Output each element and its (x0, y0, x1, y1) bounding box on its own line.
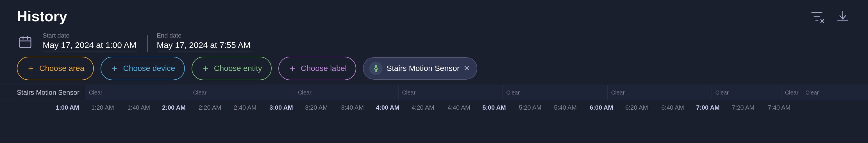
time-label: 1:00 AM (56, 104, 79, 111)
choose-area-button[interactable]: ＋ Choose area (17, 57, 94, 80)
page: History (0, 0, 868, 143)
time-label: 6:00 AM (590, 104, 613, 111)
date-row: Start date May 17, 2024 at 1:00 AM End d… (0, 29, 868, 57)
time-label: 7:20 AM (732, 104, 754, 111)
timeline-track: Stairs Motion Sensor ClearClearClearClea… (0, 85, 868, 100)
label-label: Choose label (301, 64, 347, 73)
track-clear-button[interactable]: Clear (402, 90, 416, 96)
svg-rect-2 (20, 38, 31, 48)
choose-label-button[interactable]: ＋ Choose label (278, 57, 356, 80)
time-label: 2:00 AM (162, 104, 186, 111)
time-label: 3:00 AM (269, 104, 293, 111)
time-label: 5:00 AM (482, 104, 506, 111)
date-fields: Start date May 17, 2024 at 1:00 AM End d… (43, 32, 252, 52)
tag-close-icon[interactable]: ✕ (464, 65, 470, 72)
time-label: 2:20 AM (198, 104, 221, 111)
time-label: 1:20 AM (91, 104, 114, 111)
device-label: Choose device (123, 64, 175, 73)
time-label: 5:40 AM (554, 104, 577, 111)
time-label: 6:20 AM (625, 104, 648, 111)
timeline-tick (189, 85, 189, 100)
track-clear-button[interactable]: Clear (611, 90, 625, 96)
filter-row: ＋ Choose area ＋ Choose device ＋ Choose e… (0, 57, 868, 85)
entity-plus-icon: ＋ (201, 62, 210, 75)
time-label: 1:40 AM (127, 104, 150, 111)
download-icon[interactable] (834, 8, 851, 25)
time-label: 7:00 AM (696, 104, 720, 111)
area-label: Choose area (39, 64, 84, 73)
timeline-tick (607, 85, 608, 100)
start-date-label: Start date (43, 32, 138, 39)
track-clear-button[interactable]: Clear (193, 90, 207, 96)
time-label: 3:20 AM (305, 104, 328, 111)
svg-point-6 (375, 65, 377, 67)
timeline-tick (294, 85, 294, 100)
time-label: 3:40 AM (341, 104, 364, 111)
time-label: 2:40 AM (234, 104, 256, 111)
track-content: ClearClearClearClearClearClearClearClear… (85, 85, 868, 100)
tag-name: Stairs Motion Sensor (386, 64, 460, 73)
timeline-tick (781, 85, 781, 100)
time-label: 7:40 AM (768, 104, 790, 111)
calendar-icon[interactable] (17, 34, 34, 50)
choose-entity-button[interactable]: ＋ Choose entity (192, 57, 272, 80)
timeline-section: Stairs Motion Sensor ClearClearClearClea… (0, 85, 868, 143)
entity-label: Choose entity (214, 64, 262, 73)
start-date-field[interactable]: Start date May 17, 2024 at 1:00 AM (43, 32, 138, 52)
header-icons (808, 8, 851, 25)
track-clear-button[interactable]: Clear (506, 90, 520, 96)
filter-clear-icon[interactable] (808, 8, 825, 25)
choose-device-button[interactable]: ＋ Choose device (100, 57, 185, 80)
time-label: 4:40 AM (447, 104, 470, 111)
time-label: 5:20 AM (519, 104, 541, 111)
track-clear-button[interactable]: Clear (785, 90, 799, 96)
stairs-motion-sensor-chip[interactable]: Stairs Motion Sensor ✕ (363, 57, 477, 80)
time-label: 4:20 AM (411, 104, 434, 111)
timeline-tick (398, 85, 399, 100)
time-axis: 1:00 AM1:20 AM1:40 AM2:00 AM2:20 AM2:40 … (0, 100, 868, 115)
track-label: Stairs Motion Sensor (0, 88, 85, 97)
track-clear-button[interactable]: Clear (89, 90, 102, 96)
track-clear-button[interactable]: Clear (298, 90, 312, 96)
header: History (0, 0, 868, 29)
start-date-value: May 17, 2024 at 1:00 AM (43, 40, 138, 52)
end-date-field[interactable]: End date May 17, 2024 at 7:55 AM (157, 32, 252, 52)
date-divider (147, 35, 148, 52)
time-labels: 1:00 AM1:20 AM1:40 AM2:00 AM2:20 AM2:40 … (67, 100, 868, 115)
tag-motion-icon (369, 62, 382, 75)
area-plus-icon: ＋ (26, 62, 35, 75)
label-plus-icon: ＋ (288, 62, 297, 75)
time-label: 4:00 AM (376, 104, 399, 111)
end-date-label: End date (157, 32, 252, 39)
end-date-value: May 17, 2024 at 7:55 AM (157, 40, 252, 52)
device-plus-icon: ＋ (110, 62, 119, 75)
page-title: History (17, 8, 67, 25)
track-clear-button[interactable]: Clear (805, 90, 819, 96)
track-clear-button[interactable]: Clear (715, 90, 729, 96)
time-label: 6:40 AM (661, 104, 684, 111)
